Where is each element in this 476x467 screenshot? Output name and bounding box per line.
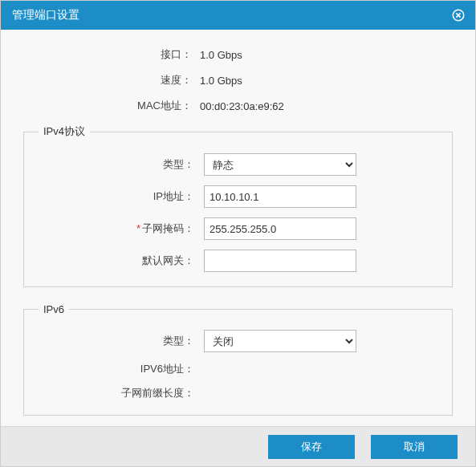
ipv4-type-label: 类型： bbox=[35, 157, 204, 172]
dialog-title: 管理端口设置 bbox=[12, 8, 79, 22]
info-row-speed: 速度： 1.0 Gbps bbox=[23, 73, 453, 87]
ipv4-group: IPv4协议 类型： 静态 IP地址： *子网掩码： bbox=[23, 124, 453, 287]
close-icon bbox=[451, 8, 466, 22]
dialog-body: 接口： 1.0 Gbps 速度： 1.0 Gbps MAC地址： 00:d0:2… bbox=[1, 30, 475, 426]
ipv6-group: IPv6 类型： 关闭 IPV6地址： 子网前缀长度： bbox=[23, 303, 453, 416]
ipv4-type-row: 类型： 静态 bbox=[35, 153, 441, 176]
ipv4-ip-input[interactable] bbox=[204, 185, 356, 208]
save-button[interactable]: 保存 bbox=[268, 435, 355, 459]
ipv4-mask-label: *子网掩码： bbox=[35, 221, 204, 236]
ipv6-legend: IPv6 bbox=[39, 303, 69, 315]
ipv6-type-label: 类型： bbox=[35, 334, 204, 348]
ipv4-gateway-input[interactable] bbox=[204, 250, 356, 272]
info-row-mac: MAC地址： 00:d0:23:0a:e9:62 bbox=[23, 99, 453, 113]
ipv4-gateway-row: 默认网关： bbox=[35, 250, 441, 272]
ipv4-ip-row: IP地址： bbox=[35, 185, 441, 208]
dialog-footer: 保存 取消 bbox=[1, 426, 475, 466]
required-asterisk: * bbox=[136, 222, 140, 234]
mac-value: 00:d0:23:0a:e9:62 bbox=[200, 100, 284, 112]
ipv4-ip-label: IP地址： bbox=[35, 189, 204, 204]
speed-value: 1.0 Gbps bbox=[200, 75, 242, 87]
cancel-button[interactable]: 取消 bbox=[371, 435, 458, 459]
titlebar: 管理端口设置 bbox=[1, 1, 475, 30]
speed-label: 速度： bbox=[23, 73, 200, 87]
ipv4-type-select[interactable]: 静态 bbox=[204, 153, 356, 176]
dialog: 管理端口设置 接口： 1.0 Gbps 速度： 1.0 Gbps MAC地址： … bbox=[0, 0, 476, 467]
ipv4-mask-row: *子网掩码： bbox=[35, 217, 441, 240]
ipv6-type-row: 类型： 关闭 bbox=[35, 330, 441, 352]
mac-label: MAC地址： bbox=[23, 99, 200, 113]
interface-value: 1.0 Gbps bbox=[200, 49, 242, 61]
ipv4-gateway-label: 默认网关： bbox=[35, 254, 204, 268]
ipv6-type-select[interactable]: 关闭 bbox=[204, 330, 356, 352]
ipv4-mask-label-text: 子网掩码： bbox=[142, 222, 194, 234]
close-button[interactable] bbox=[450, 6, 467, 24]
ipv4-legend: IPv4协议 bbox=[39, 124, 90, 139]
ipv6-prefix-label: 子网前缀长度： bbox=[35, 386, 204, 400]
interface-label: 接口： bbox=[23, 47, 200, 62]
ipv4-mask-input[interactable] bbox=[204, 217, 356, 240]
ipv6-addr-label: IPV6地址： bbox=[35, 362, 204, 376]
info-row-interface: 接口： 1.0 Gbps bbox=[23, 47, 453, 62]
ipv6-addr-row: IPV6地址： bbox=[35, 362, 441, 376]
ipv6-prefix-row: 子网前缀长度： bbox=[35, 386, 441, 400]
